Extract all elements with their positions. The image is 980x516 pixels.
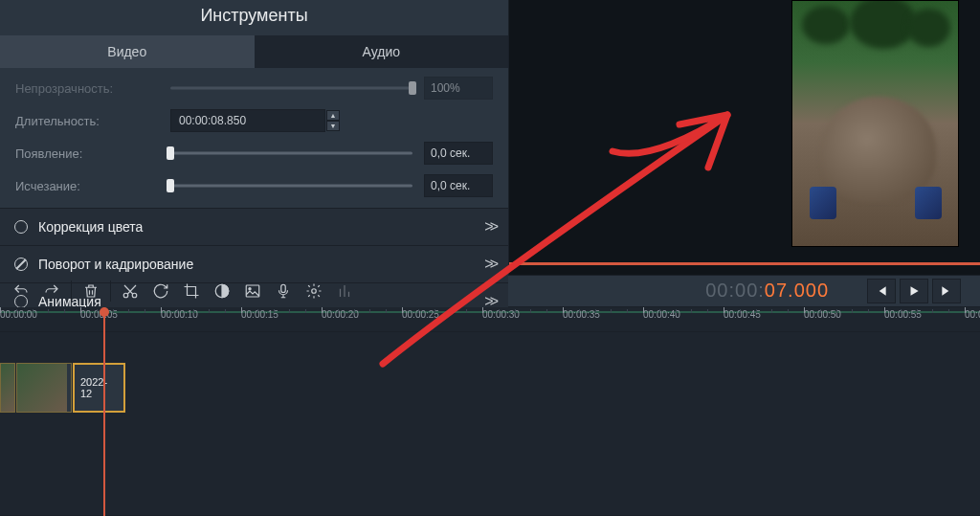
- opacity-slider[interactable]: [170, 85, 412, 91]
- circle-icon: [13, 219, 29, 235]
- svg-point-1: [132, 293, 137, 298]
- fadein-value: 0,0 сек.: [424, 142, 493, 165]
- undo-button[interactable]: [6, 278, 36, 304]
- section-color-correction[interactable]: Коррекция цвета >>: [0, 208, 508, 245]
- crop-button[interactable]: [176, 278, 207, 304]
- chevron-right-icon: >>: [484, 256, 495, 273]
- duration-label: Длительность:: [15, 114, 159, 128]
- preview-scrub-line[interactable]: [509, 262, 980, 265]
- timeline[interactable]: 2022-12: [0, 332, 980, 516]
- equalizer-button: [329, 278, 360, 304]
- fadeout-value: 0,0 сек.: [424, 174, 493, 197]
- tools-panel: Инструменты Видео Аудио Непрозрачность: …: [0, 0, 509, 275]
- preview-area: [509, 0, 980, 275]
- next-button[interactable]: [932, 279, 961, 303]
- ruler-tick: 00:01:00: [965, 309, 980, 320]
- tabs: Видео Аудио: [0, 35, 508, 68]
- time-display: 00:00:07.000: [705, 280, 829, 303]
- opacity-value: 100%: [424, 77, 493, 100]
- delete-button[interactable]: [76, 278, 106, 304]
- ruler[interactable]: 00:00:0000:00:0500:00:1000:00:1500:00:20…: [0, 307, 980, 332]
- opacity-label: Непрозрачность:: [15, 81, 159, 96]
- tab-audio[interactable]: Аудио: [255, 35, 509, 68]
- prev-button[interactable]: [867, 279, 896, 303]
- svg-rect-3: [246, 285, 259, 297]
- contrast-button[interactable]: [207, 278, 237, 304]
- preview-frame: [791, 0, 959, 247]
- image-button[interactable]: [237, 278, 268, 304]
- play-button[interactable]: [900, 279, 928, 303]
- fadeout-slider[interactable]: [170, 183, 412, 189]
- duration-down[interactable]: ▼: [326, 121, 340, 131]
- fadeout-label: Исчезание:: [15, 179, 159, 193]
- fadein-label: Появление:: [15, 146, 159, 161]
- no-entry-icon: [13, 257, 29, 272]
- timeline-clip[interactable]: [16, 363, 72, 413]
- cut-button[interactable]: [115, 278, 145, 304]
- playhead[interactable]: [103, 307, 105, 516]
- clip-thumb-edge[interactable]: [0, 363, 15, 413]
- redo-button[interactable]: [36, 278, 67, 304]
- chevron-right-icon: >>: [484, 218, 495, 236]
- svg-point-4: [249, 288, 251, 290]
- tab-video[interactable]: Видео: [0, 35, 255, 68]
- mic-button[interactable]: [268, 278, 299, 304]
- panel-title: Инструменты: [0, 0, 508, 35]
- settings-button[interactable]: [299, 278, 329, 304]
- properties: Непрозрачность: 100% Длительность: ▲ ▼: [0, 68, 508, 208]
- duration-up[interactable]: ▲: [326, 110, 340, 121]
- timeline-clip-selected[interactable]: 2022-12: [73, 363, 125, 413]
- rotate-button[interactable]: [145, 278, 176, 304]
- svg-rect-5: [281, 284, 286, 292]
- fadein-slider[interactable]: [170, 150, 412, 156]
- svg-point-0: [123, 293, 128, 298]
- svg-point-6: [312, 289, 317, 294]
- duration-field[interactable]: [170, 109, 325, 132]
